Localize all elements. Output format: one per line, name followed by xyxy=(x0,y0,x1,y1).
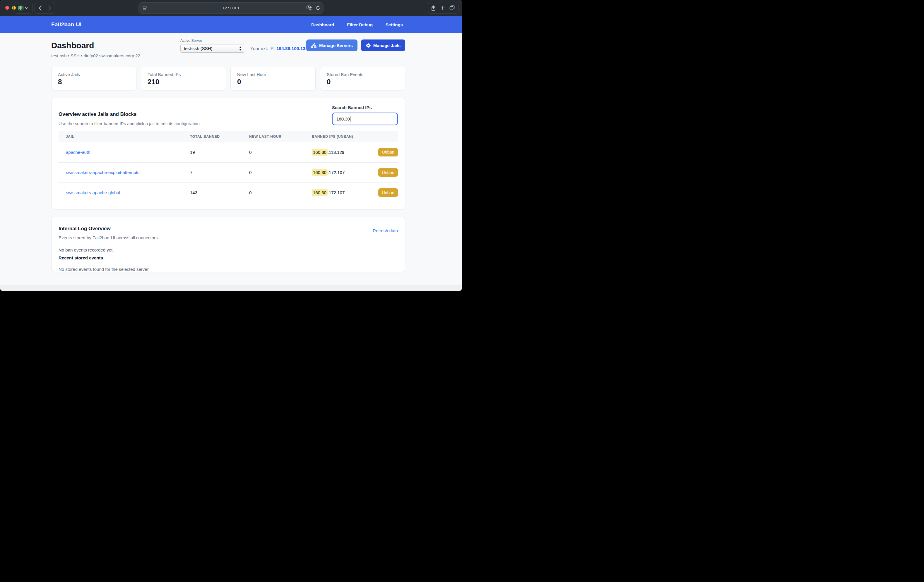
column-header-total-banned: TOTAL BANNED xyxy=(190,131,249,142)
forward-button[interactable] xyxy=(45,2,54,13)
ip-rest: .172.107 xyxy=(328,190,345,195)
unban-button[interactable]: Unban xyxy=(378,168,398,177)
banned-ip: 160.30.172.107 xyxy=(312,170,345,175)
dashboard-header: Dashboard test-ssh • SSH • rlinfp02.swis… xyxy=(51,33,405,66)
total-banned-cell: 19 xyxy=(190,142,249,162)
active-server-label: Active Server xyxy=(180,39,244,43)
external-ip: Your ext. IP:194.88.100.134 xyxy=(250,46,308,51)
table-row: swissmakers-apache-global 143 0 160.30.1… xyxy=(59,182,398,203)
stat-card-total-banned: Total Banned IPs 210 xyxy=(141,67,226,90)
unban-button[interactable]: Unban xyxy=(378,148,398,156)
external-ip-value: 194.88.100.134 xyxy=(276,46,308,51)
browser-window: 127.0.0.1 A x xyxy=(0,0,462,291)
app-brand[interactable]: Fail2ban UI xyxy=(51,21,82,28)
nav-item-filter-debug[interactable]: Filter Debug xyxy=(347,22,373,27)
new-last-hour-cell: 0 xyxy=(249,142,312,162)
table-row: apache-auth 19 0 160.30.113.129 Unban xyxy=(59,142,398,162)
history-nav-group xyxy=(35,2,55,14)
new-last-hour-cell: 0 xyxy=(249,162,312,182)
active-server-select[interactable]: test-ssh (SSH) xyxy=(180,44,244,53)
column-header-jail: JAIL xyxy=(59,131,190,142)
stat-card-stored-ban-events: Stored Ban Events 0 xyxy=(320,67,405,90)
manage-jails-label: Manage Jails xyxy=(373,43,401,48)
banned-ip: 160.30.172.107 xyxy=(312,190,345,195)
nav-item-settings[interactable]: Settings xyxy=(386,22,403,27)
share-icon[interactable] xyxy=(429,2,438,13)
stat-card-active-jails: Active Jails 8 xyxy=(51,67,137,90)
table-row: swissmakers-apache-exploit-attempts 7 0 … xyxy=(59,162,398,182)
column-header-new-last-hour: NEW LAST HOUR xyxy=(249,131,312,142)
jail-link[interactable]: apache-auth xyxy=(66,150,90,155)
search-banned-ips-input[interactable]: 160.30 xyxy=(332,113,398,125)
jail-link[interactable]: swissmakers-apache-global xyxy=(66,190,120,195)
manage-jails-button[interactable]: Manage Jails xyxy=(361,39,405,51)
stat-label: Stored Ban Events xyxy=(327,72,398,77)
app-navbar: Fail2ban UI Dashboard Filter Debug Setti… xyxy=(0,16,462,33)
reload-icon[interactable] xyxy=(315,5,320,10)
close-window-button[interactable] xyxy=(5,6,9,10)
stat-value: 0 xyxy=(327,78,398,86)
manage-servers-label: Manage Servers xyxy=(319,43,353,48)
jails-overview-card: Overview active Jails and Blocks Use the… xyxy=(51,98,405,209)
nav-item-dashboard[interactable]: Dashboard xyxy=(311,22,334,27)
stat-label: Total Banned IPs xyxy=(148,72,219,77)
ip-rest: .113.129 xyxy=(328,150,344,155)
ip-highlight: 160.30 xyxy=(312,169,328,176)
stat-value: 210 xyxy=(148,78,219,86)
tab-overview-icon[interactable] xyxy=(447,2,457,13)
back-button[interactable] xyxy=(35,2,45,13)
banned-ip: 160.30.113.129 xyxy=(312,150,344,155)
text-cursor xyxy=(350,117,351,122)
translate-icon[interactable]: A x xyxy=(307,5,312,10)
internal-log-card: Internal Log Overview Refresh data Event… xyxy=(51,217,405,272)
table-header-row: JAIL TOTAL BANNED NEW LAST HOUR BANNED I… xyxy=(59,131,398,142)
stat-value: 8 xyxy=(58,78,130,86)
stat-label: New Last Hour xyxy=(237,72,309,77)
browser-toolbar: 127.0.0.1 A x xyxy=(0,0,462,16)
recent-stored-events-title: Recent stored events xyxy=(59,255,398,260)
log-title: Internal Log Overview xyxy=(59,226,398,232)
jails-table: JAIL TOTAL BANNED NEW LAST HOUR BANNED I… xyxy=(59,131,398,203)
ip-highlight: 160.30 xyxy=(312,189,328,196)
url-text[interactable]: 127.0.0.1 xyxy=(139,6,323,10)
page-background-strip xyxy=(0,285,462,291)
svg-text:x: x xyxy=(310,8,312,10)
overview-title: Overview active Jails and Blocks xyxy=(59,112,201,117)
stat-cards: Active Jails 8 Total Banned IPs 210 New … xyxy=(51,67,405,90)
sidebar-icon xyxy=(18,5,24,11)
log-subtitle: Events stored by Fail2ban-UI across all … xyxy=(59,235,398,240)
refresh-data-link[interactable]: Refresh data xyxy=(373,228,398,233)
no-stored-events-text: No stored events found for the selected … xyxy=(59,267,398,272)
ip-highlight: 160.30 xyxy=(312,149,328,156)
stat-label: Active Jails xyxy=(58,72,130,77)
search-input-value: 160.30 xyxy=(337,117,350,122)
sitemap-icon xyxy=(311,43,317,48)
new-last-hour-cell: 0 xyxy=(249,182,312,203)
unban-button[interactable]: Unban xyxy=(378,188,398,197)
search-banned-ips-label: Search Banned IPs xyxy=(332,105,398,110)
sidebar-toggle-button[interactable] xyxy=(13,2,33,14)
total-banned-cell: 143 xyxy=(190,182,249,203)
overview-subtitle: Use the search to filter banned IPs and … xyxy=(59,121,201,126)
jail-link[interactable]: swissmakers-apache-exploit-attempts xyxy=(66,170,139,175)
stat-value: 0 xyxy=(237,78,309,86)
select-stepper-icon xyxy=(239,46,241,51)
page-format-icon[interactable] xyxy=(142,5,147,10)
manage-servers-button[interactable]: Manage Servers xyxy=(306,39,358,51)
chevron-down-icon xyxy=(25,7,28,9)
external-ip-label: Your ext. IP: xyxy=(250,46,275,51)
column-header-banned-ips: BANNED IPS (UNBAN) xyxy=(312,131,398,142)
address-bar[interactable]: 127.0.0.1 A x xyxy=(139,2,323,14)
active-server-value: test-ssh (SSH) xyxy=(184,46,239,51)
ip-rest: .172.107 xyxy=(328,170,345,175)
new-tab-icon[interactable] xyxy=(438,2,447,13)
gear-icon xyxy=(366,43,371,48)
page-subtitle: test-ssh • SSH • rlinfp02.swissmakers.co… xyxy=(51,53,405,58)
jails-table-body: apache-auth 19 0 160.30.113.129 Unban sw… xyxy=(59,142,398,203)
no-ban-events-text: No ban events recorded yet. xyxy=(59,247,398,252)
window-actions-group xyxy=(427,2,459,14)
stat-card-new-last-hour: New Last Hour 0 xyxy=(230,67,316,90)
total-banned-cell: 7 xyxy=(190,162,249,182)
